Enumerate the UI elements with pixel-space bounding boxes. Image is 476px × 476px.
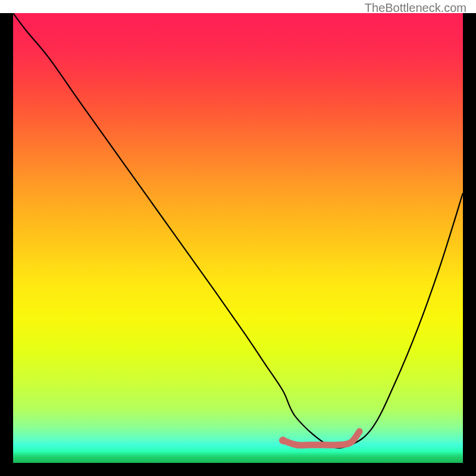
optimal-range-highlight <box>283 431 360 445</box>
plot-area <box>13 13 463 463</box>
attribution-text: TheBottleneck.com <box>365 1 466 15</box>
chart-container: TheBottleneck.com <box>0 0 476 476</box>
chart-frame <box>0 13 476 476</box>
chart-svg <box>13 13 463 463</box>
highlight-start-dot <box>279 437 287 444</box>
bottleneck-curve <box>13 13 463 448</box>
